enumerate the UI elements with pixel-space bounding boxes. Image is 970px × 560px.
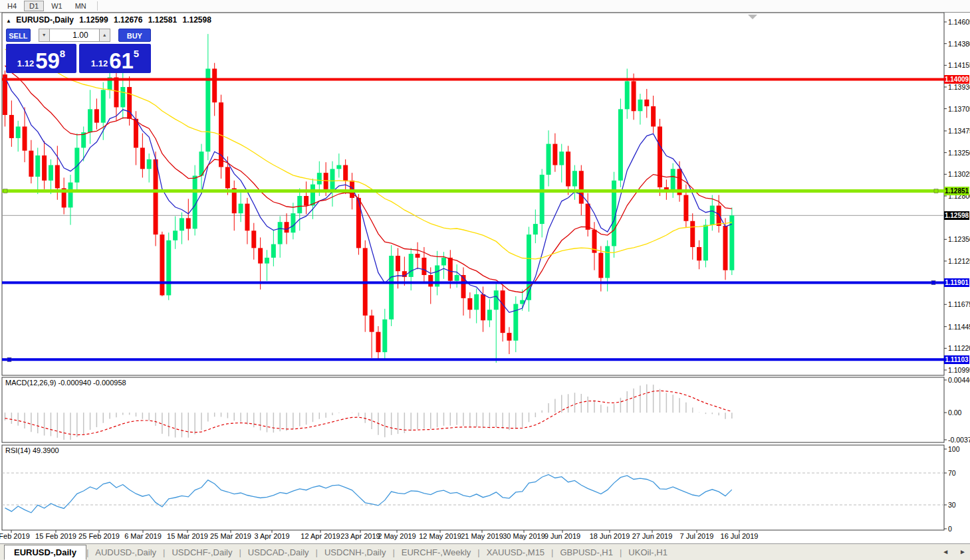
candle-body: [330, 169, 335, 189]
price-badge-1.11103: 1.11103: [944, 355, 969, 364]
candle-body: [513, 304, 518, 341]
candle-body: [205, 68, 210, 151]
candle-body: [42, 155, 47, 181]
candle-body: [494, 290, 499, 310]
rsi-indicator-label: RSI(14) 49.3900: [5, 446, 59, 454]
tab-scrollbar: ◄ ►: [942, 548, 966, 555]
tab-audusd-daily[interactable]: AUDUSD-,Daily: [88, 546, 163, 559]
toolbar-separator: [97, 1, 98, 11]
hline-anchor-handle[interactable]: [3, 189, 7, 193]
timeframe-button-mn[interactable]: MN: [70, 1, 92, 11]
collapse-triangle-icon[interactable]: ▲: [6, 18, 11, 24]
candle-body: [389, 256, 394, 320]
candle-body: [55, 165, 60, 189]
price-axis-label: 1.14605: [948, 18, 970, 26]
scroll-right-arrow[interactable]: ►: [959, 548, 966, 555]
date-axis-label: 12 Apr 2019: [301, 532, 340, 540]
tab-usdchf-daily[interactable]: USDCHF-,Daily: [165, 546, 239, 559]
sell-price-prefix: 1.12: [17, 58, 34, 68]
candle-body: [723, 226, 728, 270]
rsi-scale-label: 0: [948, 525, 970, 533]
timeframe-button-d1[interactable]: D1: [24, 1, 44, 11]
buy-button[interactable]: BUY: [118, 29, 151, 42]
candle-body: [572, 171, 577, 186]
candle-body: [356, 198, 361, 248]
candle-body: [455, 275, 459, 281]
candle-body: [336, 165, 341, 169]
volume-decrease-button[interactable]: ▼: [39, 29, 50, 42]
candle-body: [88, 109, 92, 132]
timeframe-toolbar: H4D1W1MN: [0, 0, 970, 13]
candle-body: [9, 115, 14, 138]
candle-body: [376, 332, 380, 352]
sell-price-pip: 8: [60, 48, 65, 59]
quote-close: 1.12598: [183, 15, 211, 25]
quote-open: 1.12599: [79, 15, 108, 25]
candle-body: [552, 144, 557, 165]
candle-body: [29, 151, 33, 177]
price-badge-1.12851: 1.12851: [944, 187, 969, 195]
hline-anchor-handle[interactable]: [934, 189, 938, 193]
scroll-left-arrow[interactable]: ◄: [942, 548, 949, 555]
candle-body: [239, 204, 243, 214]
tab-gbpusd-h1[interactable]: GBPUSD-,H1: [554, 546, 620, 559]
tab-usdcnh-daily[interactable]: USDCNH-,Daily: [318, 546, 392, 559]
tab-eurusd-daily[interactable]: EURUSD-,Daily: [4, 545, 86, 560]
price-axis-label: 1.13475: [948, 127, 970, 135]
buy-price-main: 61: [109, 51, 134, 71]
price-axis-label: 1.12350: [948, 235, 970, 243]
candle-body: [697, 247, 701, 260]
sell-price-main: 59: [35, 51, 60, 71]
candle-body: [154, 159, 158, 234]
tab-eurchf-weekly[interactable]: EURCHF-,Weekly: [395, 546, 478, 559]
tab-usdcad-daily[interactable]: USDCAD-,Daily: [241, 546, 316, 559]
sell-button[interactable]: SELL: [6, 29, 31, 42]
hline-anchor-handle[interactable]: [931, 280, 935, 284]
trading-terminal-window: H4D1W1MN ▲ EURUSD-,Daily 1.12599 1.12676…: [0, 0, 970, 560]
buy-price-display[interactable]: 1.12 61 5: [79, 44, 151, 73]
price-axis-label: 1.11675: [948, 300, 970, 308]
price-axis-label: 1.13705: [948, 105, 970, 113]
tab-xauusd-m15[interactable]: XAUUSD-,M15: [480, 546, 551, 559]
volume-input[interactable]: 1.00: [50, 29, 99, 42]
candle-body: [710, 206, 715, 225]
macd-scale-label: 0.00: [948, 409, 970, 417]
quote-low: 1.12581: [148, 15, 177, 25]
price-badge-1.11901: 1.11901: [944, 278, 969, 287]
tab-ukoil-h1[interactable]: UKOil-,H1: [622, 546, 674, 559]
candle-body: [382, 320, 387, 352]
price-axis-label: 1.11220: [948, 344, 970, 352]
date-axis-label: 15 Feb 2019: [35, 532, 76, 540]
candle-body: [598, 253, 603, 278]
hline-anchor-handle[interactable]: [7, 357, 11, 361]
candle-body: [474, 294, 479, 310]
chart-canvas[interactable]: [0, 0, 970, 560]
volume-increase-button[interactable]: ▲: [99, 29, 110, 42]
date-axis-label: 6 Feb 2019: [0, 532, 30, 540]
price-axis-label: 1.14155: [948, 61, 970, 69]
candle-body: [180, 218, 184, 231]
candle-body: [651, 106, 656, 126]
date-axis-label: 3 Apr 2019: [254, 532, 289, 540]
candle-body: [683, 195, 688, 221]
chart-header: ▲ EURUSD-,Daily 1.12599 1.12676 1.12581 …: [6, 15, 211, 25]
price-axis-label: 1.13930: [948, 83, 970, 91]
candle-body: [271, 244, 276, 258]
candle-body: [586, 204, 590, 230]
price-axis-label: 1.11445: [948, 323, 970, 331]
timeframe-button-w1[interactable]: W1: [46, 1, 68, 11]
candle-body: [101, 90, 106, 122]
candle-body: [717, 206, 721, 226]
date-axis-label: 9 Jun 2019: [545, 532, 580, 540]
candle-body: [441, 258, 446, 266]
candle-body: [481, 294, 485, 320]
candle-body: [638, 100, 642, 111]
timeframe-button-h4[interactable]: H4: [2, 1, 22, 11]
candle-body: [507, 333, 511, 341]
candle-body: [409, 254, 414, 277]
candle-body: [729, 215, 734, 270]
macd-scale-label: 0.004465: [948, 376, 970, 384]
sell-price-display[interactable]: 1.12 59 8: [6, 44, 76, 73]
candle-body: [74, 147, 79, 182]
candle-body: [120, 87, 125, 107]
